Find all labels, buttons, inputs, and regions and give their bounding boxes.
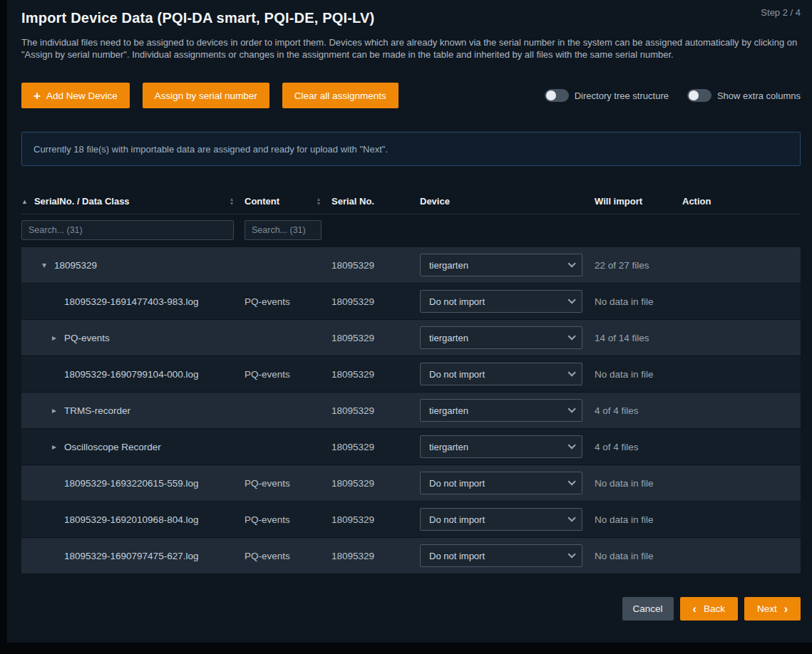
chevron-down-icon (567, 514, 575, 521)
status-banner: Currently 18 file(s) with importable dat… (21, 132, 801, 166)
next-button-label: Next (757, 603, 777, 614)
column-header-serialno-dataclass[interactable]: ▲ SerialNo. / Data Class ▴ ▾ (21, 196, 245, 207)
row-name: Oscilloscope Recorder (64, 442, 161, 452)
assign-by-serial-button[interactable]: Assign by serial number (143, 83, 269, 108)
table-row: 18095329-1690797475-627.log PQ-events 18… (21, 538, 801, 574)
row-name: 18095329 (54, 260, 97, 271)
column-header-action: Action (682, 196, 801, 207)
expand-closed-icon[interactable]: ▸ (50, 333, 58, 343)
serial-cell: 18095329 (332, 551, 420, 561)
add-new-device-label: Add New Device (46, 90, 118, 101)
table-row: ▸ PQ-events 18095329 tiergarten 14 of 14… (21, 320, 801, 356)
page-title: Import Device Data (PQI-DA smart, PQI-DE… (21, 10, 801, 26)
directory-tree-toggle-label: Directory tree structure (575, 90, 669, 101)
add-new-device-button[interactable]: + Add New Device (21, 83, 130, 108)
device-select[interactable]: Do not import (420, 544, 582, 567)
table-row: 18095329-1691477403-983.log PQ-events 18… (21, 284, 801, 320)
toggle-pill[interactable] (545, 89, 569, 102)
back-button[interactable]: ‹ Back (680, 597, 738, 621)
will-import-cell: No data in file (595, 478, 682, 489)
search-input-serialno[interactable] (21, 220, 234, 240)
device-select[interactable]: tiergarten (420, 254, 582, 276)
row-name: 18095329-1690799104-000.log (64, 369, 198, 380)
table-search-row (21, 214, 801, 247)
will-import-cell: 14 of 14 files (595, 333, 682, 343)
serial-cell: 18095329 (332, 333, 420, 343)
serial-cell: 18095329 (332, 369, 420, 380)
sort-toggle-icon[interactable]: ▴ ▾ (230, 197, 233, 206)
step-indicator: Step 2 / 4 (761, 7, 801, 18)
table-row: 18095329-1690799104-000.log PQ-events 18… (21, 356, 801, 393)
expand-open-icon[interactable]: ▾ (40, 260, 48, 270)
will-import-cell: No data in file (595, 514, 682, 525)
device-select-value: Do not import (429, 369, 485, 380)
content-cell: PQ-events (245, 296, 332, 307)
device-select-value: Do not import (429, 514, 485, 525)
content-cell: PQ-events (245, 369, 332, 380)
chevron-down-icon (567, 441, 575, 449)
device-select[interactable]: tiergarten (420, 399, 582, 422)
column-header-will-import: Will import (595, 196, 682, 207)
content-cell: PQ-events (245, 478, 332, 489)
table-row: ▸ TRMS-recorder 18095329 tiergarten 4 of… (21, 393, 801, 429)
chevron-down-icon (567, 332, 575, 340)
will-import-cell: No data in file (595, 551, 682, 561)
wizard-footer: Cancel ‹ Back Next › (21, 597, 801, 621)
sort-toggle-icon[interactable]: ▴ ▾ (317, 197, 320, 206)
serial-cell: 18095329 (332, 514, 420, 525)
column-header-content[interactable]: Content ▴ ▾ (245, 196, 332, 207)
toggle-pill[interactable] (687, 89, 711, 102)
content-cell: PQ-events (245, 551, 332, 561)
chevron-down-icon (567, 259, 575, 267)
toolbar: + Add New Device Assign by serial number… (21, 83, 801, 108)
search-input-content[interactable] (245, 220, 322, 240)
will-import-cell: No data in file (595, 296, 682, 307)
serial-cell: 18095329 (332, 260, 420, 271)
device-select-value: Do not import (429, 551, 485, 561)
device-select[interactable]: tiergarten (420, 326, 582, 349)
expand-closed-icon[interactable]: ▸ (50, 405, 58, 415)
serial-cell: 18095329 (332, 442, 420, 452)
device-select-value: tiergarten (429, 405, 468, 416)
sort-ascending-icon: ▲ (21, 198, 28, 205)
extra-columns-toggle-label: Show extra columns (717, 90, 801, 101)
extra-columns-toggle[interactable]: Show extra columns (687, 89, 801, 102)
device-table: ▲ SerialNo. / Data Class ▴ ▾ Content ▴ ▾… (21, 189, 801, 574)
expand-closed-icon[interactable]: ▸ (50, 442, 58, 452)
will-import-cell: No data in file (595, 369, 682, 380)
device-select[interactable]: Do not import (420, 290, 582, 313)
row-name: TRMS-recorder (64, 405, 130, 416)
will-import-cell: 22 of 27 files (595, 260, 682, 271)
status-banner-text: Currently 18 file(s) with importable dat… (34, 144, 388, 155)
toggle-group: Directory tree structure Show extra colu… (545, 89, 801, 102)
plus-icon: + (34, 90, 41, 102)
table-header-row: ▲ SerialNo. / Data Class ▴ ▾ Content ▴ ▾… (21, 189, 801, 214)
serial-cell: 18095329 (332, 405, 420, 416)
chevron-down-icon (567, 368, 575, 376)
device-select[interactable]: tiergarten (420, 435, 582, 458)
row-name: 18095329-1693220615-559.log (64, 478, 198, 489)
chevron-down-icon (567, 477, 575, 485)
device-select-value: tiergarten (429, 333, 468, 343)
row-name: 18095329-1692010968-804.log (64, 514, 198, 525)
table-row: 18095329-1693220615-559.log PQ-events 18… (21, 465, 801, 502)
will-import-cell: 4 of 4 files (595, 405, 682, 416)
column-header-label: SerialNo. / Data Class (34, 196, 130, 207)
chevron-right-icon: › (784, 603, 788, 615)
chevron-down-icon (567, 550, 575, 558)
chevron-left-icon: ‹ (693, 603, 697, 615)
device-select-value: tiergarten (429, 442, 468, 452)
directory-tree-toggle[interactable]: Directory tree structure (545, 89, 669, 102)
device-select[interactable]: Do not import (420, 472, 582, 494)
next-button[interactable]: Next › (744, 597, 801, 621)
table-row: ▾ 18095329 18095329 tiergarten 22 of 27 … (21, 247, 801, 284)
back-button-label: Back (704, 603, 725, 614)
device-select-value: tiergarten (429, 260, 468, 271)
cancel-button[interactable]: Cancel (622, 597, 674, 621)
device-select[interactable]: Do not import (420, 508, 582, 531)
toggle-knob (689, 90, 699, 100)
device-select[interactable]: Do not import (420, 363, 582, 385)
clear-all-assignments-button[interactable]: Clear all assignments (282, 83, 399, 108)
import-wizard-panel: Step 2 / 4 Import Device Data (PQI-DA sm… (7, 0, 812, 643)
will-import-cell: 4 of 4 files (595, 442, 682, 452)
